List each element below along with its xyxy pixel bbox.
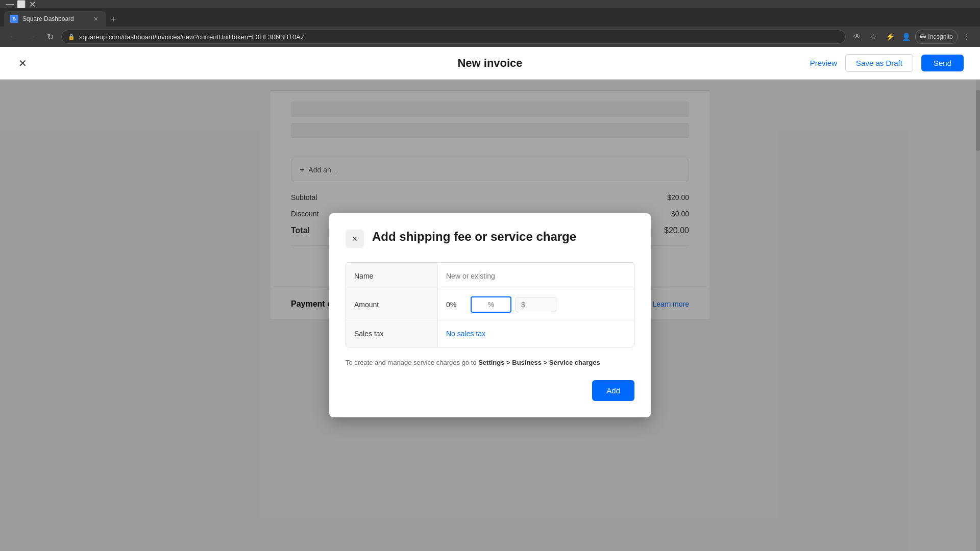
form-table: Name Amount 0% (346, 262, 634, 347)
address-text: squareup.com/dashboard/invoices/new?curr… (79, 33, 305, 41)
modal-close-button[interactable]: × (346, 230, 364, 248)
name-input[interactable] (446, 272, 626, 280)
tab-close-button[interactable]: × (92, 14, 100, 24)
content-area: + Add an... Subtotal $20.00 Discount $0.… (0, 80, 980, 551)
dollar-input[interactable] (516, 297, 556, 312)
app-header: ✕ New invoice Preview Save as Draft Send (0, 47, 980, 80)
preview-button[interactable]: Preview (810, 59, 837, 67)
incognito-label: Incognito (928, 33, 953, 40)
tab-title: Square Dashboard (22, 15, 74, 22)
address-bar[interactable]: 🔒 squareup.com/dashboard/invoices/new?cu… (61, 30, 846, 44)
browser-navbar: ← → ↻ 🔒 squareup.com/dashboard/invoices/… (0, 27, 980, 47)
browser-tabs: S Square Dashboard × + (0, 8, 980, 27)
forward-button[interactable]: → (24, 30, 39, 44)
modal-overlay: × Add shipping fee or service charge Nam… (0, 80, 980, 551)
minimize-button[interactable]: — (6, 1, 13, 8)
nav-right-icons: 👁 ☆ ⚡ 👤 🕶 Incognito ⋮ (850, 30, 974, 44)
amount-row: Amount 0% (346, 289, 634, 320)
name-label: Name (346, 263, 438, 289)
close-invoice-button[interactable]: ✕ (16, 55, 29, 71)
save-draft-button[interactable]: Save as Draft (845, 54, 913, 72)
incognito-icon: 🕶 (920, 33, 926, 40)
browser-chrome: — ⬜ ✕ S Square Dashboard × + ← → ↻ 🔒 squ… (0, 0, 980, 47)
add-button[interactable]: Add (592, 380, 634, 401)
extensions-icon[interactable]: ⚡ (883, 30, 897, 44)
sales-tax-value: No sales tax (438, 320, 634, 347)
incognito-badge: 🕶 Incognito (915, 30, 958, 44)
lock-icon: 🔒 (68, 34, 75, 40)
refresh-button[interactable]: ↻ (43, 30, 57, 44)
percent-input[interactable] (471, 296, 511, 313)
active-tab[interactable]: S Square Dashboard × (4, 11, 106, 27)
page-title: New invoice (457, 57, 522, 70)
menu-icon[interactable]: ⋮ (960, 30, 974, 44)
app-content: ✕ New invoice Preview Save as Draft Send… (0, 47, 980, 551)
browser-titlebar: — ⬜ ✕ (0, 0, 980, 8)
sales-tax-label: Sales tax (346, 320, 438, 347)
info-link-text[interactable]: Settings > Business > Service charges (478, 359, 600, 366)
name-value (438, 263, 634, 289)
maximize-button[interactable]: ⬜ (17, 1, 24, 8)
header-left: ✕ (16, 55, 29, 71)
amount-value: 0% (438, 289, 634, 320)
shipping-fee-modal: × Add shipping fee or service charge Nam… (329, 213, 651, 417)
modal-title: Add shipping fee or service charge (372, 230, 576, 244)
amount-display: 0% (446, 300, 467, 309)
info-text-prefix: To create and manage service charges go … (346, 359, 478, 366)
info-text: To create and manage service charges go … (346, 358, 634, 368)
sales-tax-row: Sales tax No sales tax (346, 320, 634, 347)
name-row: Name (346, 263, 634, 289)
modal-footer: Add (346, 380, 634, 401)
tab-favicon: S (10, 15, 18, 23)
bookmark-star-icon[interactable]: ☆ (866, 30, 880, 44)
profile-icon[interactable]: 👤 (899, 30, 913, 44)
no-sales-tax-link[interactable]: No sales tax (446, 330, 485, 338)
new-tab-button[interactable]: + (106, 12, 120, 27)
window-controls: — ⬜ ✕ (6, 1, 36, 8)
header-actions: Preview Save as Draft Send (810, 54, 964, 72)
send-button[interactable]: Send (921, 55, 964, 71)
close-window-button[interactable]: ✕ (29, 1, 36, 8)
back-button[interactable]: ← (6, 30, 20, 44)
amount-inputs: 0% (446, 296, 626, 313)
modal-header: × Add shipping fee or service charge (346, 230, 634, 248)
eye-off-icon[interactable]: 👁 (850, 30, 864, 44)
amount-label: Amount (346, 289, 438, 320)
